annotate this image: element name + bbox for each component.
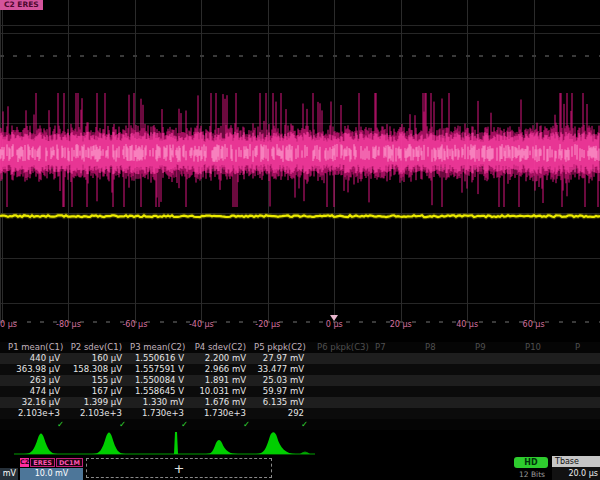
- table-cell: [312, 364, 370, 375]
- c1-vertical-scale: 10.0 mV: [0, 468, 18, 480]
- histicon-p3: [170, 432, 178, 454]
- param-value: 155 µV: [68, 375, 130, 386]
- param-status-check: ✓: [8, 419, 68, 430]
- table-cell: [420, 397, 470, 408]
- channel-c2-descriptor[interactable]: C2 ERES DC1M 10.0 mV: [20, 457, 83, 480]
- table-cell: [420, 375, 470, 386]
- param-value: 1.891 mV: [192, 375, 254, 386]
- timebase-descriptor[interactable]: Tbase 20.0 µs: [552, 456, 600, 480]
- histicon-p2: [92, 433, 126, 455]
- param-value: 1.330 mV: [130, 397, 192, 408]
- x-axis-label: -60 µs: [122, 320, 147, 330]
- top-left-trace-label: C2 ERES: [0, 0, 43, 10]
- table-row: 363.98 µV158.308 µV1.557591 V2.966 mV33.…: [0, 364, 600, 375]
- table-cell: [0, 364, 8, 375]
- table-cell: [370, 419, 420, 430]
- param-value: 1.730e+3: [192, 408, 254, 419]
- table-cell: [0, 375, 8, 386]
- trigger-marker-icon[interactable]: [330, 315, 338, 321]
- oscilloscope-screen: -100 µs-80 µs-60 µs-40 µs-20 µs0 µs20 µs…: [0, 0, 600, 480]
- param-status-check: ✓: [68, 419, 130, 430]
- c2-label-badge: C2: [20, 458, 29, 467]
- param-value: 158.308 µV: [68, 364, 130, 375]
- param-value: 363.98 µV: [8, 364, 68, 375]
- table-cell: [420, 408, 470, 419]
- waveform-svg: [0, 0, 600, 323]
- measure-table: P1 mean(C1)P2 sdev(C1)P3 mean(C2)P4 sdev…: [0, 342, 600, 430]
- table-row: 474 µV167 µV1.558645 V10.031 mV59.97 mV: [0, 386, 600, 397]
- table-cell: [370, 375, 420, 386]
- param-value: 1.550616 V: [130, 353, 192, 364]
- param-value: 32.16 µV: [8, 397, 68, 408]
- param-header[interactable]: P2 sdev(C1): [68, 342, 130, 353]
- param-value: 167 µV: [68, 386, 130, 397]
- param-value: 1.399 µV: [68, 397, 130, 408]
- table-cell: [420, 419, 470, 430]
- table-row: P1 mean(C1)P2 sdev(C1)P3 mean(C2)P4 sdev…: [0, 342, 600, 353]
- hd-mode-badge[interactable]: HD: [514, 457, 548, 468]
- table-cell: [370, 353, 420, 364]
- add-trace-button[interactable]: +: [86, 458, 272, 478]
- param-value: 6.135 mV: [254, 397, 312, 408]
- table-cell: [520, 353, 570, 364]
- param-value: 160 µV: [68, 353, 130, 364]
- param-value: 440 µV: [8, 353, 68, 364]
- table-row: 2.103e+32.103e+31.730e+31.730e+3292: [0, 408, 600, 419]
- param-header-inactive[interactable]: P9: [470, 342, 520, 353]
- c2-eres-badge: ERES: [30, 458, 55, 467]
- table-cell: [312, 397, 370, 408]
- histicon-tail-bump: [300, 452, 310, 455]
- x-axis-label: -20 µs: [255, 320, 280, 330]
- param-header-inactive[interactable]: P8: [420, 342, 470, 353]
- param-header-inactive[interactable]: P: [570, 342, 600, 353]
- timebase-scale: 20.0 µs: [552, 467, 600, 480]
- param-value: 1.550084 V: [130, 375, 192, 386]
- table-cell: [570, 353, 600, 364]
- table-cell: [0, 342, 8, 353]
- table-cell: [312, 386, 370, 397]
- table-cell: [520, 419, 570, 430]
- table-row: ✓✓✓✓✓: [0, 419, 600, 430]
- x-axis-label: 60 µs: [523, 320, 545, 330]
- param-header-inactive[interactable]: P10: [520, 342, 570, 353]
- param-value: 27.97 mV: [254, 353, 312, 364]
- table-cell: [570, 397, 600, 408]
- param-value: 292: [254, 408, 312, 419]
- table-cell: [470, 397, 520, 408]
- param-status-check: ✓: [254, 419, 312, 430]
- x-axis-label: -100 µs: [0, 320, 17, 330]
- param-header[interactable]: P4 sdev(C2): [192, 342, 254, 353]
- param-value: 474 µV: [8, 386, 68, 397]
- param-value: 2.200 mV: [192, 353, 254, 364]
- param-value: 2.103e+3: [8, 408, 68, 419]
- table-cell: [370, 364, 420, 375]
- table-row: 32.16 µV1.399 µV1.330 mV1.676 mV6.135 mV: [0, 397, 600, 408]
- table-cell: [470, 353, 520, 364]
- table-cell: [570, 386, 600, 397]
- table-cell: [520, 375, 570, 386]
- table-cell: [420, 353, 470, 364]
- param-header-inactive[interactable]: P7: [370, 342, 420, 353]
- param-header[interactable]: P3 mean(C2): [130, 342, 192, 353]
- table-cell: [312, 375, 370, 386]
- table-cell: [470, 364, 520, 375]
- param-header[interactable]: P1 mean(C1): [8, 342, 68, 353]
- table-row: 440 µV160 µV1.550616 V2.200 mV27.97 mV: [0, 353, 600, 364]
- param-value: 1.558645 V: [130, 386, 192, 397]
- param-header[interactable]: P5 pkpk(C2): [254, 342, 312, 353]
- table-cell: [520, 397, 570, 408]
- table-cell: [312, 353, 370, 364]
- param-value: 33.477 mV: [254, 364, 312, 375]
- param-value: 1.557591 V: [130, 364, 192, 375]
- param-value: 2.103e+3: [68, 408, 130, 419]
- table-cell: [470, 386, 520, 397]
- table-cell: [312, 408, 370, 419]
- table-cell: [470, 375, 520, 386]
- histicon-p4: [206, 440, 238, 454]
- x-axis-label: 20 µs: [390, 320, 412, 330]
- x-axis-label: 40 µs: [456, 320, 478, 330]
- c1-badges: C1 DC1M: [0, 457, 18, 468]
- channel-c1-descriptor[interactable]: C1 DC1M 10.0 mV: [0, 457, 18, 480]
- timebase-title: Tbase: [552, 456, 600, 467]
- param-header-inactive[interactable]: P6 pkpk(C3): [312, 342, 370, 353]
